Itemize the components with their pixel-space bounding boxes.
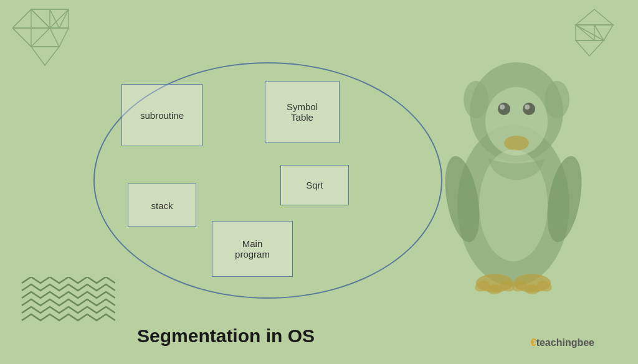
symbol-table-box: SymbolTable — [265, 81, 340, 143]
svg-point-26 — [464, 81, 488, 118]
brand-logo-prefix: € — [531, 337, 536, 348]
svg-marker-6 — [50, 28, 69, 47]
geometric-diamond-icon — [12, 6, 87, 75]
page-title: Segmentation in OS — [137, 325, 315, 347]
svg-marker-1 — [50, 9, 69, 28]
svg-point-23 — [523, 103, 535, 115]
svg-point-22 — [498, 103, 510, 115]
svg-point-21 — [504, 136, 529, 151]
linux-tux-icon — [420, 12, 607, 324]
svg-point-24 — [500, 105, 505, 110]
sqrt-box: Sqrt — [280, 165, 349, 205]
svg-marker-3 — [31, 9, 50, 28]
stack-box: stack — [128, 184, 196, 227]
svg-point-37 — [525, 284, 540, 294]
svg-point-34 — [487, 284, 502, 294]
stack-label: stack — [151, 200, 173, 211]
subroutine-box: subroutine — [121, 84, 202, 146]
main-program-label: Mainprogram — [235, 238, 270, 259]
brand-logo: € teachingbee — [531, 337, 594, 348]
svg-marker-7 — [31, 47, 59, 65]
svg-point-27 — [545, 81, 569, 118]
zigzag-pattern-icon — [19, 277, 112, 327]
brand-logo-text: teachingbee — [536, 337, 594, 348]
svg-point-25 — [525, 105, 530, 110]
symbol-table-label: SymbolTable — [287, 101, 318, 123]
subroutine-label: subroutine — [140, 110, 184, 121]
sqrt-label: Sqrt — [306, 180, 323, 190]
main-program-box: Mainprogram — [212, 221, 293, 277]
